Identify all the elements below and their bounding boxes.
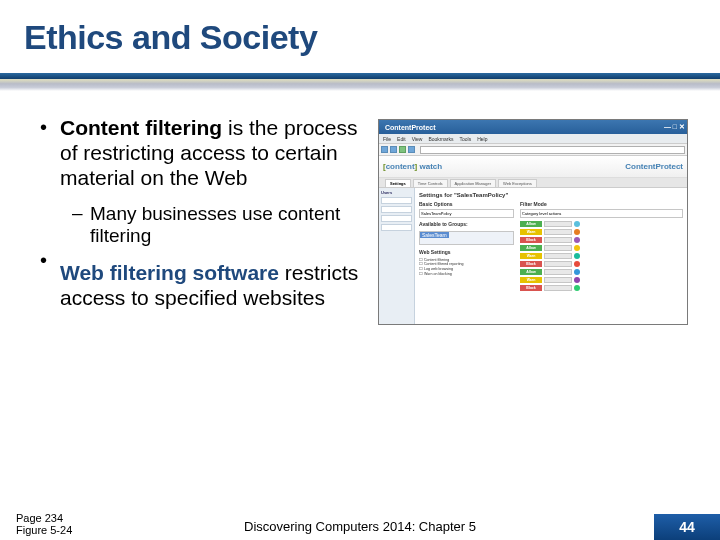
check-label: Warn on blocking	[424, 272, 452, 276]
badge-allow[interactable]: Allow	[520, 245, 542, 251]
groups-listbox[interactable]: SalesTeam	[419, 231, 514, 245]
category-select[interactable]	[544, 261, 572, 267]
tab-settings[interactable]: Settings	[385, 179, 411, 187]
category-select[interactable]	[544, 229, 572, 235]
category-list: Allow Warn Block Allow Warn Block Allow …	[520, 220, 683, 291]
user-item[interactable]	[381, 206, 412, 213]
groups-heading: Available to Groups:	[419, 221, 514, 227]
slide-number: 44	[654, 514, 720, 540]
policy-name-value: SalesTeamPolicy	[421, 211, 451, 216]
filter-desc: Category level actions	[520, 209, 683, 218]
toolbar	[379, 144, 687, 156]
title-divider-bar	[0, 73, 720, 79]
bullet-term: Web filtering software	[60, 261, 279, 284]
brand-right: ContentProtect	[625, 162, 683, 171]
slide: Ethics and Society Content filtering is …	[0, 0, 720, 540]
group-selected: SalesTeam	[420, 232, 449, 238]
category-icon	[574, 261, 580, 267]
bullet-term: Content filtering	[60, 116, 222, 139]
title-area: Ethics and Society	[0, 0, 720, 57]
brand-bar: [content] watch ContentProtect	[379, 156, 687, 178]
badge-allow[interactable]: Allow	[520, 269, 542, 275]
category-select[interactable]	[544, 285, 572, 291]
category-icon	[574, 221, 580, 227]
app-window: ContentProtect — □ ✕ File Edit View Book…	[378, 119, 688, 325]
nav-back-icon[interactable]	[381, 146, 388, 153]
check-item[interactable]: ☐ Warn on blocking	[419, 272, 514, 277]
content-area: Content filtering is the process of rest…	[0, 91, 720, 325]
filter-mode-col: Filter Mode Category level actions Allow…	[520, 201, 683, 291]
check-label: Content filtering	[424, 258, 449, 262]
window-title: ContentProtect	[381, 124, 436, 131]
tab-strip: Settings Time Controls Application Manag…	[379, 178, 687, 188]
filter-mode-heading: Filter Mode	[520, 201, 683, 207]
category-select[interactable]	[544, 237, 572, 243]
bullet-content-filtering: Content filtering is the process of rest…	[10, 115, 370, 197]
tab-web-exceptions[interactable]: Web Exceptions	[498, 179, 537, 187]
brand-word2: watch	[419, 162, 442, 171]
screenshot-column: ContentProtect — □ ✕ File Edit View Book…	[370, 115, 690, 325]
menu-item[interactable]: Tools	[459, 136, 471, 142]
web-settings-heading: Web Settings	[419, 249, 514, 256]
reload-icon[interactable]	[399, 146, 406, 153]
menu-item[interactable]: Help	[477, 136, 487, 142]
category-row: Warn	[520, 252, 683, 259]
category-icon	[574, 285, 580, 291]
subbullet-businesses: Many businesses use content filtering	[10, 197, 370, 249]
badge-block[interactable]: Block	[520, 261, 542, 267]
category-row: Block	[520, 236, 683, 243]
title-divider	[0, 73, 720, 91]
category-select[interactable]	[544, 253, 572, 259]
category-row: Warn	[520, 228, 683, 235]
policy-name-field[interactable]: SalesTeamPolicy	[419, 209, 514, 218]
window-controls: — □ ✕	[664, 123, 685, 131]
menu-item[interactable]: Edit	[397, 136, 406, 142]
category-select[interactable]	[544, 245, 572, 251]
category-select[interactable]	[544, 269, 572, 275]
user-item[interactable]	[381, 224, 412, 231]
brand-left: [content] watch	[383, 162, 442, 171]
category-select[interactable]	[544, 221, 572, 227]
user-item[interactable]	[381, 197, 412, 204]
left-pane: Users	[379, 188, 415, 324]
address-bar[interactable]	[420, 146, 685, 154]
text-column: Content filtering is the process of rest…	[10, 115, 370, 325]
badge-warn[interactable]: Warn	[520, 277, 542, 283]
category-row: Allow	[520, 220, 683, 227]
nav-fwd-icon[interactable]	[390, 146, 397, 153]
menu-item[interactable]: Bookmarks	[428, 136, 453, 142]
brand-word1: content	[386, 162, 415, 171]
category-row: Block	[520, 284, 683, 291]
tab-app-manager[interactable]: Application Manager	[450, 179, 496, 187]
basic-options-col: Basic Options SalesTeamPolicy Available …	[419, 201, 514, 291]
category-row: Block	[520, 260, 683, 267]
leftpane-label: Users	[381, 190, 412, 195]
category-icon	[574, 253, 580, 259]
category-row: Allow	[520, 268, 683, 275]
badge-block[interactable]: Block	[520, 285, 542, 291]
badge-warn[interactable]: Warn	[520, 229, 542, 235]
app-titlebar: ContentProtect — □ ✕	[379, 120, 687, 134]
badge-allow[interactable]: Allow	[520, 221, 542, 227]
panel-title: Settings for "SalesTeamPolicy"	[419, 192, 683, 198]
slide-title: Ethics and Society	[24, 18, 690, 57]
category-select[interactable]	[544, 277, 572, 283]
check-label: Content filtered reporting	[424, 262, 464, 266]
app-body: Users Settings for "SalesTeamPolicy" Bas…	[379, 188, 687, 324]
bullet-web-filtering: Web filtering software restricts access …	[10, 248, 370, 316]
menu-item[interactable]: View	[412, 136, 423, 142]
menu-item[interactable]: File	[383, 136, 391, 142]
check-label: Log web browsing	[424, 267, 453, 271]
web-settings: Web Settings ☐ Content filtering ☐ Conte…	[419, 249, 514, 276]
right-pane: Settings for "SalesTeamPolicy" Basic Opt…	[415, 188, 687, 324]
user-item[interactable]	[381, 215, 412, 222]
badge-warn[interactable]: Warn	[520, 253, 542, 259]
home-icon[interactable]	[408, 146, 415, 153]
basic-options-heading: Basic Options	[419, 201, 514, 207]
tab-time-controls[interactable]: Time Controls	[413, 179, 448, 187]
category-icon	[574, 269, 580, 275]
badge-block[interactable]: Block	[520, 237, 542, 243]
footer: Page 234 Figure 5-24 Discovering Compute…	[0, 510, 720, 540]
category-icon	[574, 229, 580, 235]
footer-center: Discovering Computers 2014: Chapter 5	[0, 519, 720, 534]
